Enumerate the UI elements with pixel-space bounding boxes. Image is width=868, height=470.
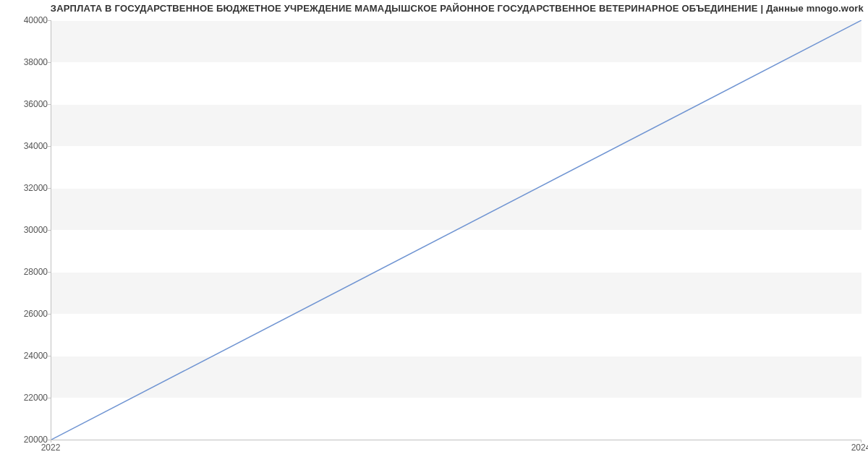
plot-area [51, 20, 861, 440]
chart-container: ЗАРПЛАТА В ГОСУДАРСТВЕННОЕ БЮДЖЕТНОЕ УЧР… [0, 0, 868, 470]
y-tick-label: 38000 [4, 57, 48, 67]
gridline [51, 440, 861, 440]
line-series-svg [51, 20, 861, 440]
y-tick-label: 32000 [4, 183, 48, 193]
y-tick-label: 34000 [4, 141, 48, 151]
chart-title: ЗАРПЛАТА В ГОСУДАРСТВЕННОЕ БЮДЖЕТНОЕ УЧР… [51, 3, 864, 14]
x-tick-label: 2022 [41, 443, 61, 453]
y-tick-label: 24000 [4, 351, 48, 361]
y-tick-label: 26000 [4, 309, 48, 319]
y-tick-label: 30000 [4, 225, 48, 235]
y-tick-label: 40000 [4, 15, 48, 25]
y-tick-label: 28000 [4, 267, 48, 277]
y-tick-label: 22000 [4, 393, 48, 403]
series-line [51, 20, 861, 440]
x-tick-label: 2024 [851, 443, 868, 453]
y-tick-label: 36000 [4, 99, 48, 109]
